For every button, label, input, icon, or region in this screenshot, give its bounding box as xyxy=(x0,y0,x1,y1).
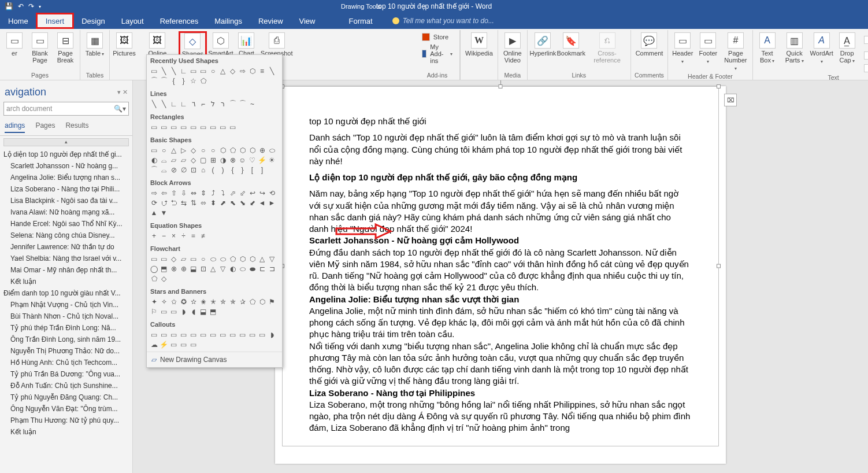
shape-item[interactable]: ⌒ xyxy=(149,76,159,86)
shape-item[interactable]: ~ xyxy=(247,99,257,109)
shape-item[interactable]: ▭ xyxy=(228,122,238,132)
shape-item[interactable]: ⬍ xyxy=(208,198,218,208)
shape-item[interactable]: △ xyxy=(169,145,179,155)
shape-item[interactable]: ✰ xyxy=(238,297,247,306)
undo-icon[interactable]: ↶ xyxy=(18,2,24,10)
shape-item[interactable]: △ xyxy=(218,66,228,76)
shape-item[interactable]: ⬡ xyxy=(247,66,257,76)
shape-item[interactable]: ▲ xyxy=(149,208,159,217)
shape-item[interactable]: ⊞ xyxy=(208,155,218,165)
redo-icon[interactable]: ↷ xyxy=(28,2,34,10)
shape-item[interactable]: ר xyxy=(218,99,228,109)
blank-page-button[interactable]: ▭Blank Page xyxy=(28,31,52,65)
shape-item[interactable]: ⬠ xyxy=(198,76,208,86)
shape-item[interactable]: ⊗ xyxy=(169,264,179,274)
shape-item[interactable]: ⬠ xyxy=(228,145,238,155)
shape-item[interactable]: ○ xyxy=(198,145,208,155)
shape-item[interactable]: ÷ xyxy=(179,231,188,241)
resize-handle[interactable] xyxy=(717,84,721,88)
shape-item[interactable]: ⚡ xyxy=(257,155,267,165)
shape-item[interactable]: ⟲ xyxy=(267,188,277,198)
shape-item[interactable]: ▭ xyxy=(149,330,159,339)
nav-item[interactable]: Mai Omar - Mỹ nhân đẹp nhất th... xyxy=(1,264,131,276)
shape-item[interactable]: ⊐ xyxy=(267,264,277,274)
shape-item[interactable]: ⚐ xyxy=(149,306,159,316)
tab-insert[interactable]: Insert xyxy=(36,13,75,29)
tell-me-search[interactable]: Tell me what you want to do... xyxy=(392,17,494,25)
shape-item[interactable]: ⊕ xyxy=(179,264,188,274)
cover-page-button[interactable]: ▭er xyxy=(2,31,27,58)
shape-item[interactable]: ⬊ xyxy=(238,198,247,208)
nav-item[interactable]: Tỷ phú Nguyễn Đăng Quang: Ch... xyxy=(1,391,131,403)
shape-item[interactable]: ⌂ xyxy=(198,165,208,175)
shape-item[interactable]: ⬋ xyxy=(247,198,257,208)
shape-item[interactable]: ◗ xyxy=(267,330,277,339)
shape-item[interactable]: ⬒ xyxy=(159,264,169,274)
shape-item[interactable]: = xyxy=(188,231,198,241)
new-drawing-canvas[interactable]: ▱New Drawing Canvas xyxy=(147,352,282,367)
shape-item[interactable]: ≡ xyxy=(257,66,267,76)
shape-item[interactable]: ⚑ xyxy=(267,297,277,306)
header-button[interactable]: ▭Header xyxy=(670,31,695,66)
shape-item[interactable]: ▱ xyxy=(169,155,179,165)
shape-item[interactable]: ∅ xyxy=(179,165,188,175)
shape-item[interactable]: △ xyxy=(208,264,218,274)
shape-item[interactable]: ⌒ xyxy=(238,99,247,109)
bookmark-button[interactable]: 🔖Bookmark xyxy=(557,31,585,58)
shape-item[interactable]: ⬭ xyxy=(238,264,247,274)
page-number-button[interactable]: #Page Number xyxy=(721,31,750,73)
shape-item[interactable]: ▭ xyxy=(218,330,228,339)
tab-format[interactable]: Format xyxy=(340,13,380,29)
comment-button[interactable]: 💬Comment xyxy=(633,31,666,58)
shape-item[interactable]: ⬓ xyxy=(198,306,208,316)
shape-item[interactable]: ○ xyxy=(208,66,218,76)
shape-item[interactable]: { xyxy=(169,76,179,86)
shape-item[interactable]: ▭ xyxy=(218,122,228,132)
shape-item[interactable]: ⌒ xyxy=(159,76,169,86)
text-frame[interactable]: ⚓ ⌧ top 10 người đẹp nhất thế giới Danh … xyxy=(282,86,719,446)
search-input[interactable]: arch document 🔍▾ xyxy=(3,102,129,116)
tab-design[interactable]: Design xyxy=(73,13,113,29)
shape-item[interactable]: ▭ xyxy=(188,330,198,339)
shape-item[interactable]: ◖ xyxy=(188,306,198,316)
shape-item[interactable]: ▭ xyxy=(198,330,208,339)
shape-item[interactable]: − xyxy=(159,231,169,241)
shape-item[interactable]: ◇ xyxy=(169,254,179,264)
nav-item[interactable]: Yael Shelbia: Nàng thơ Israel với v... xyxy=(1,253,131,264)
nav-item[interactable]: Đỗ Anh Tuấn: Chủ tịch Sunshine... xyxy=(1,380,131,391)
shape-item[interactable]: { xyxy=(228,165,238,175)
shape-item[interactable]: ○ xyxy=(198,254,208,264)
shape-item[interactable]: ◇ xyxy=(188,145,198,155)
shape-item[interactable]: ⇕ xyxy=(198,188,208,198)
shape-item[interactable]: ⬠ xyxy=(228,254,238,264)
shape-item[interactable]: ⇔ xyxy=(188,188,198,198)
shape-item[interactable]: ○ xyxy=(159,145,169,155)
text-box-button[interactable]: AText Box xyxy=(755,31,780,65)
shape-item[interactable]: ▭ xyxy=(149,145,159,155)
shape-item[interactable]: ⬄ xyxy=(198,198,208,208)
nav-item[interactable]: Tỷ phú Trần Bá Dương: "Ông vua... xyxy=(1,368,131,380)
nav-item[interactable]: Điểm danh top 10 người giàu nhất V... xyxy=(1,287,131,299)
nav-item[interactable]: Scarlett Johansson - Nữ hoàng g... xyxy=(1,160,131,172)
shape-item[interactable]: ⬡ xyxy=(238,254,247,264)
shape-item[interactable]: ⊡ xyxy=(188,165,198,175)
shape-item[interactable]: ▭ xyxy=(198,66,208,76)
shape-item[interactable]: ⬡ xyxy=(238,145,247,155)
shape-item[interactable]: ╲ xyxy=(169,66,179,76)
shape-item[interactable]: ▭ xyxy=(238,330,247,339)
shape-item[interactable]: ⊏ xyxy=(257,264,267,274)
nav-tab-results[interactable]: Results xyxy=(65,121,88,133)
object-button[interactable]: Object xyxy=(862,64,868,73)
shape-item[interactable]: ⇩ xyxy=(179,188,188,198)
my-addins-button[interactable]: My Add-ins xyxy=(420,43,455,65)
shape-item[interactable]: + xyxy=(149,231,159,241)
shape-item[interactable]: ⌓ xyxy=(159,165,169,175)
shape-item[interactable]: ⊘ xyxy=(169,165,179,175)
nav-expand-toggle[interactable]: ▴ xyxy=(3,138,129,146)
shape-item[interactable]: ◇ xyxy=(188,155,198,165)
shape-item[interactable]: ⚡ xyxy=(159,339,169,349)
shape-item[interactable]: ) xyxy=(218,165,228,175)
shape-item[interactable]: ▭ xyxy=(247,330,257,339)
shape-item[interactable]: ☀ xyxy=(267,155,277,165)
table-button[interactable]: ▦Table xyxy=(83,31,107,58)
